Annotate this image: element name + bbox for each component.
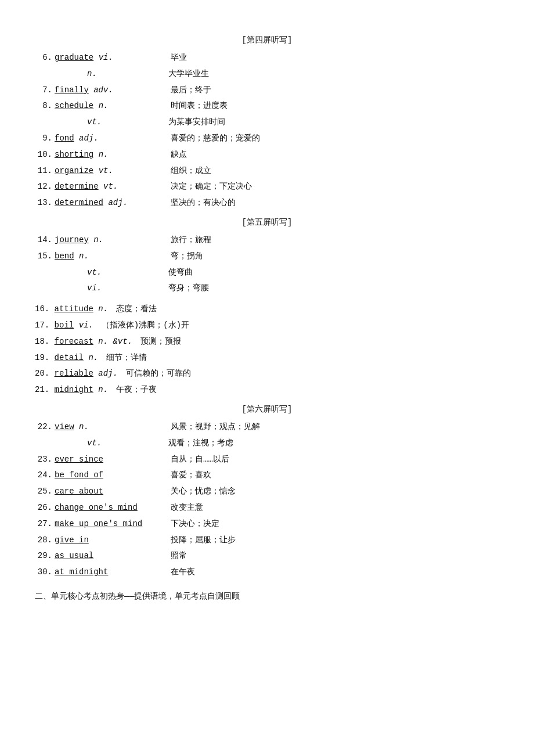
entry-number: 29. — [35, 549, 52, 563]
list-item: vt. 使弯曲 — [35, 266, 499, 280]
entry-word: view n. — [55, 420, 171, 434]
entry-word: graduate vi. — [55, 51, 171, 65]
list-item: 28. give in 投降；屈服；让步 — [35, 534, 499, 548]
entry-number: 23. — [35, 453, 52, 467]
entry-word: give in — [55, 534, 171, 548]
entry-word: determined adj. — [55, 196, 171, 210]
entry-meaning: 自从；自……以后 — [171, 453, 499, 467]
entry-number: 27. — [35, 517, 52, 531]
entry-meaning: 决定；确定；下定决心 — [171, 180, 499, 194]
entry-word: at midnight — [55, 566, 171, 579]
entry-word: ever since — [55, 453, 171, 467]
entry-word: be fond of — [55, 469, 171, 483]
list-item: 23. ever since 自从；自……以后 — [35, 453, 499, 467]
list-item: 7. finally adv. 最后；终于 — [35, 84, 499, 98]
list-item: 27. make up one's mind 下决心；决定 — [35, 517, 499, 531]
entry-number: 25. — [35, 485, 52, 499]
list-item: 17. boil vi. （指液体)沸腾；(水)开 — [35, 319, 499, 333]
list-item: 11. organize vt. 组织；成立 — [35, 164, 499, 178]
list-item: 22. view n. 风景；视野；观点；见解 — [35, 420, 499, 434]
sub-meaning: 为某事安排时间 — [168, 116, 499, 129]
sub-meaning: 弯身；弯腰 — [168, 282, 499, 296]
list-item: 15. bend n. 弯；拐角 — [35, 250, 499, 264]
sub-indent — [35, 116, 87, 129]
entry-word: organize vt. — [55, 164, 171, 178]
inline-right — [279, 351, 499, 365]
sub-pos: vi. — [87, 282, 168, 296]
entry-meaning: 毕业 — [171, 51, 499, 65]
sub-meaning: 使弯曲 — [168, 266, 499, 280]
entry-meaning: 组织；成立 — [171, 164, 499, 178]
entry-number: 12. — [35, 180, 52, 194]
entry-meaning: 喜爱的；慈爱的；宠爱的 — [171, 132, 499, 146]
entry-meaning: 改变主意 — [171, 501, 499, 515]
footer-text: 二、单元核心考点初热身——提供语境，单元考点自测回顾 — [35, 591, 499, 602]
entry-number: 30. — [35, 566, 52, 579]
section6-header: [第六屏听写] — [35, 404, 499, 415]
sub-indent — [35, 67, 87, 81]
entry-meaning: 喜爱；喜欢 — [171, 469, 499, 483]
entry-word: determine vt. — [55, 180, 171, 194]
entry-number: 22. — [35, 420, 52, 434]
page-content: [第四屏听写] 6. graduate vi. 毕业 n. 大学毕业生 7. f… — [35, 35, 499, 602]
entry-number: 6. — [35, 51, 52, 65]
entry-number: 11. — [35, 164, 52, 178]
list-item: 30. at midnight 在午夜 — [35, 566, 499, 579]
list-item: 24. be fond of 喜爱；喜欢 — [35, 469, 499, 483]
inline-left: 18. forecast n. &vt. 预测；预报 — [35, 335, 279, 349]
list-item: 20. reliable adj. 可信赖的；可靠的 — [35, 367, 499, 381]
list-item: 25. care about 关心；忧虑；惦念 — [35, 485, 499, 499]
entry-meaning: 旅行；旅程 — [171, 233, 499, 247]
list-item: 29. as usual 照常 — [35, 549, 499, 563]
entry-meaning: 风景；视野；观点；见解 — [171, 420, 499, 434]
entry-word: change one's mind — [55, 501, 171, 515]
inline-left: 21. midnight n. 午夜；子夜 — [35, 383, 279, 397]
entry-meaning: 关心；忧虑；惦念 — [171, 485, 499, 499]
list-item: 21. midnight n. 午夜；子夜 — [35, 383, 499, 397]
list-item: 14. journey n. 旅行；旅程 — [35, 233, 499, 247]
sub-pos: vt. — [87, 116, 168, 129]
entry-number: 15. — [35, 250, 52, 264]
sub-indent — [35, 282, 87, 296]
entry-meaning: 弯；拐角 — [171, 250, 499, 264]
sub-indent — [35, 437, 87, 451]
entry-word: make up one's mind — [55, 517, 171, 531]
entry-meaning: 时间表；进度表 — [171, 99, 499, 113]
entry-word: journey n. — [55, 233, 171, 247]
sub-indent — [35, 266, 87, 280]
entry-number: 28. — [35, 534, 52, 548]
entry-meaning: 照常 — [171, 549, 499, 563]
inline-right — [279, 303, 499, 316]
entry-word: care about — [55, 485, 171, 499]
inline-right — [279, 335, 499, 349]
entry-word: bend n. — [55, 250, 171, 264]
list-item: 19. detail n. 细节；详情 — [35, 351, 499, 365]
list-item: 8. schedule n. 时间表；进度表 — [35, 99, 499, 113]
sub-meaning: 观看；注视；考虑 — [168, 437, 499, 451]
entry-word: as usual — [55, 549, 171, 563]
list-item: 26. change one's mind 改变主意 — [35, 501, 499, 515]
list-item: vi. 弯身；弯腰 — [35, 282, 499, 296]
list-item: 9. fond adj. 喜爱的；慈爱的；宠爱的 — [35, 132, 499, 146]
inline-left: 17. boil vi. （指液体)沸腾；(水)开 — [35, 319, 279, 333]
section5-header: [第五屏听写] — [35, 217, 499, 228]
entry-number: 24. — [35, 469, 52, 483]
inline-left: 20. reliable adj. 可信赖的；可靠的 — [35, 367, 279, 381]
entry-meaning: 在午夜 — [171, 566, 499, 579]
list-item: n. 大学毕业生 — [35, 67, 499, 81]
list-item: 18. forecast n. &vt. 预测；预报 — [35, 335, 499, 349]
entry-number: 26. — [35, 501, 52, 515]
entry-number: 14. — [35, 233, 52, 247]
entry-number: 13. — [35, 196, 52, 210]
list-item: vt. 观看；注视；考虑 — [35, 437, 499, 451]
sub-pos: n. — [87, 67, 168, 81]
inline-left: 16. attitude n. 态度；看法 — [35, 303, 279, 316]
entry-number: 9. — [35, 132, 52, 146]
list-item: 10. shorting n. 缺点 — [35, 148, 499, 162]
entry-word: shorting n. — [55, 148, 171, 162]
list-item: 6. graduate vi. 毕业 — [35, 51, 499, 65]
inline-right — [279, 383, 499, 397]
list-item: 16. attitude n. 态度；看法 — [35, 303, 499, 316]
entry-meaning: 投降；屈服；让步 — [171, 534, 499, 548]
list-item: 13. determined adj. 坚决的；有决心的 — [35, 196, 499, 210]
